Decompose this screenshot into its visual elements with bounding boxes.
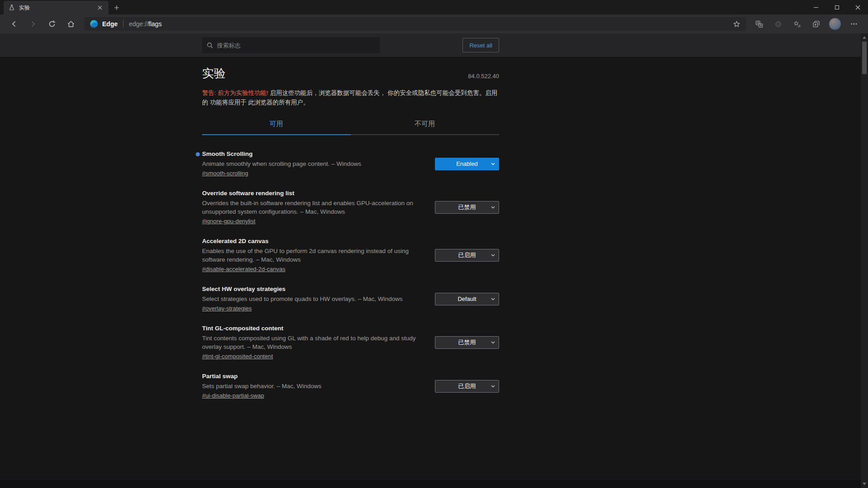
brand-label: Edge xyxy=(102,20,118,28)
flag-permalink[interactable]: #smooth-scrolling xyxy=(202,170,248,177)
url-scheme: edge:// xyxy=(129,20,148,28)
scroll-up-icon[interactable] xyxy=(863,36,866,39)
search-icon xyxy=(207,42,213,49)
browser-tab-flags[interactable]: 实验 xyxy=(4,1,108,14)
chevron-down-icon xyxy=(491,298,495,300)
page-title: 实验 xyxy=(202,66,226,81)
flag-description: Animate smoothly when scrolling page con… xyxy=(202,160,430,168)
window-controls xyxy=(806,0,868,14)
flag-description: Sets partial swap behavior. – Mac, Windo… xyxy=(202,382,430,390)
close-button[interactable] xyxy=(847,0,868,14)
flags-content: 实验 84.0.522.40 警告: 前方为实验性功能! 启用这些功能后，浏览器… xyxy=(202,66,499,399)
flag-permalink[interactable]: #disable-accelerated-2d-canvas xyxy=(202,266,285,272)
flask-icon xyxy=(8,4,15,11)
chevron-down-icon xyxy=(491,385,495,388)
tab-available[interactable]: 可用 xyxy=(202,120,351,135)
version-label: 84.0.522.40 xyxy=(468,73,499,81)
flag-description: Tint contents composited using GL with a… xyxy=(202,334,430,351)
experiments-warning: 警告: 前方为实验性功能! 启用这些功能后，浏览器数据可能会丢失， 你的安全或隐… xyxy=(202,88,499,107)
chevron-down-icon xyxy=(491,163,495,165)
browser-navbar: Edge edge://flags A xyxy=(0,14,868,33)
chevron-down-icon xyxy=(491,341,495,344)
chevron-down-icon xyxy=(491,254,495,257)
favorite-star-icon[interactable] xyxy=(733,20,741,28)
flag-select[interactable]: 已禁用 xyxy=(435,201,499,214)
address-bar[interactable]: Edge edge://flags xyxy=(84,17,746,31)
more-menu-icon[interactable] xyxy=(846,16,862,32)
warning-highlight: 警告: 前方为实验性功能! xyxy=(202,89,268,96)
flag-select[interactable]: 已启用 xyxy=(435,249,499,262)
flag-row-accelerated-2d-canvas: Accelerated 2D canvas Enables the use of… xyxy=(202,238,499,273)
flag-name: Accelerated 2D canvas xyxy=(202,238,430,244)
flag-name: Select HW overlay strategies xyxy=(202,286,430,292)
flag-name: Partial swap xyxy=(202,373,430,380)
url-path: flags xyxy=(148,20,162,28)
translate-icon[interactable]: A xyxy=(751,16,767,32)
flag-row-smooth-scrolling: Smooth Scrolling Animate smoothly when s… xyxy=(202,150,499,177)
flag-permalink[interactable]: #ignore-gpu-denylist xyxy=(202,218,255,225)
home-icon[interactable] xyxy=(63,16,79,32)
scrollbar-thumb[interactable] xyxy=(862,42,867,74)
flag-select[interactable]: Default xyxy=(435,293,499,305)
flag-select[interactable]: 已禁用 xyxy=(435,336,499,349)
tab-close-icon[interactable] xyxy=(96,4,104,12)
scroll-down-icon[interactable] xyxy=(863,483,866,485)
address-separator xyxy=(123,20,123,28)
vertical-scrollbar[interactable] xyxy=(861,33,868,488)
flag-name: Override software rendering list xyxy=(202,190,430,197)
minimize-button[interactable] xyxy=(806,0,826,14)
search-input[interactable] xyxy=(217,42,375,49)
page-bottom-strip xyxy=(0,480,861,488)
forward-icon[interactable] xyxy=(25,16,41,32)
flag-permalink[interactable]: #tint-gl-composited-content xyxy=(202,353,273,360)
chevron-down-icon xyxy=(491,206,495,209)
availability-tabs: 可用 不可用 xyxy=(202,120,499,135)
flag-row-partial-swap: Partial swap Sets partial swap behavior.… xyxy=(202,373,499,399)
browser-titlebar: 实验 xyxy=(0,0,868,14)
back-icon[interactable] xyxy=(6,16,22,32)
favorites-hub-icon[interactable] xyxy=(789,16,805,32)
toolbar-icons: A xyxy=(750,16,863,32)
new-tab-button[interactable] xyxy=(110,1,123,14)
search-box[interactable] xyxy=(202,37,380,53)
flag-select[interactable]: 已启用 xyxy=(435,380,499,393)
flag-select-value: Enabled xyxy=(456,160,478,167)
flag-name: Smooth Scrolling xyxy=(202,150,430,157)
flag-description: Select strategies used to promote quads … xyxy=(202,295,430,303)
flag-row-hw-overlay-strategies: Select HW overlay strategies Select stra… xyxy=(202,286,499,312)
flag-select-value: 已启用 xyxy=(458,251,476,259)
refresh-icon[interactable] xyxy=(44,16,60,32)
flag-row-tint-gl-composited: Tint GL-composited content Tint contents… xyxy=(202,325,499,360)
flags-search-band: Reset all xyxy=(0,33,868,57)
maximize-button[interactable] xyxy=(826,0,847,14)
flag-description: Enables the use of the GPU to perform 2d… xyxy=(202,247,430,264)
flag-row-override-software-rendering: Override software rendering list Overrid… xyxy=(202,190,499,225)
web-capture-icon[interactable] xyxy=(770,16,786,32)
modified-dot xyxy=(196,152,200,156)
flag-select[interactable]: Enabled xyxy=(435,158,499,170)
flag-list: Smooth Scrolling Animate smoothly when s… xyxy=(202,150,499,399)
edge-logo-icon xyxy=(90,19,99,28)
flag-name: Tint GL-composited content xyxy=(202,325,430,332)
flag-description: Overrides the built-in software renderin… xyxy=(202,199,430,216)
tab-title: 实验 xyxy=(19,4,92,12)
flag-permalink[interactable]: #ui-disable-partial-swap xyxy=(202,392,264,399)
url-text: edge://flags xyxy=(129,20,161,28)
flag-select-value: 已启用 xyxy=(458,382,476,390)
flag-permalink[interactable]: #overlay-strategies xyxy=(202,305,252,312)
flag-select-value: Default xyxy=(458,296,476,302)
tab-unavailable[interactable]: 不可用 xyxy=(351,120,500,135)
flag-select-value: 已禁用 xyxy=(458,338,476,347)
collections-icon[interactable] xyxy=(808,16,824,32)
flag-select-value: 已禁用 xyxy=(458,203,476,211)
profile-avatar[interactable] xyxy=(827,16,843,32)
reset-all-button[interactable]: Reset all xyxy=(462,38,499,52)
